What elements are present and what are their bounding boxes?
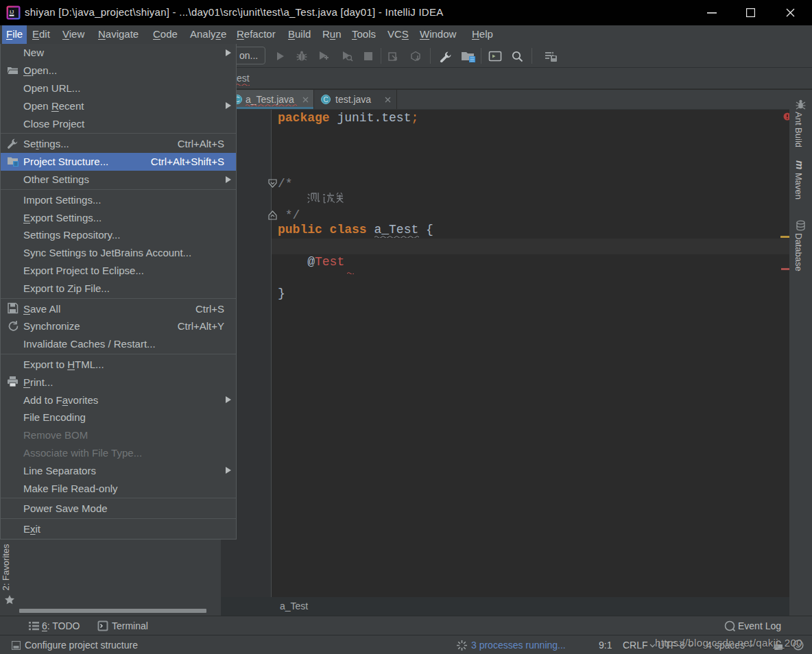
svg-text:C: C xyxy=(324,96,329,104)
svg-text:IJ: IJ xyxy=(10,9,14,15)
